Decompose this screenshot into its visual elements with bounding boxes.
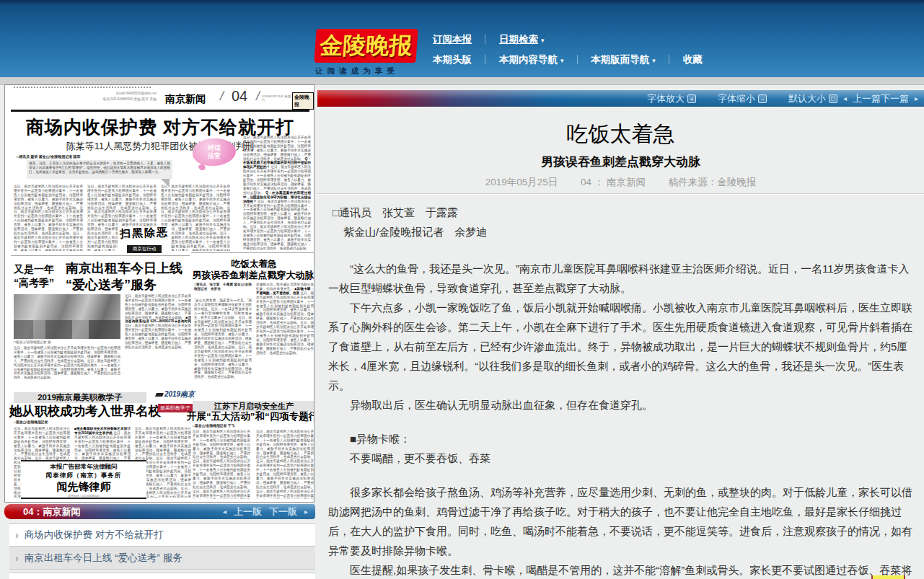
nav-subscribe[interactable]: 订阅本报 — [433, 34, 472, 45]
next-article-arrow-icon: ▸ — [915, 94, 918, 102]
masthead-slash: / — [256, 89, 260, 104]
nav-separator — [577, 55, 578, 64]
column-divider — [191, 252, 314, 253]
chevron-right-icon: › — [15, 529, 19, 541]
article-byline: 紫金山/金陵晚报记者 余梦迪 — [328, 222, 914, 242]
site-header: 金陵晚报 让阅读成为享受 订阅本报 日期检索▾ 本期头版 本期内容导航▾ 本期版… — [0, 0, 924, 77]
graduation-cap-icon: 2019南京 — [154, 389, 197, 399]
prev-page-button[interactable]: 上一版 — [234, 505, 262, 518]
article-paragraph: “这么大的鱼骨，我还是头一次见。”南京市儿童医院耳鼻咽喉科张建亚主治医师介绍说。… — [328, 259, 914, 298]
masthead-date: 2019年5月25日 星期六 — [262, 94, 294, 102]
column-divider — [11, 255, 190, 256]
mini-text-column: 近日，南京市建邺区人民法院依法公开开庭审理并宣判一起恶势力犯罪团伙案件，十一名被… — [256, 430, 314, 499]
mini-text-column: 异物取出后，医生确认无明显动脉出血征象，但存在食道穿孔。 ■异物卡喉： 不要喝醋… — [256, 283, 314, 397]
article-byline: □通讯员 张艾萱 于露露 — [328, 203, 914, 222]
mini-article2-headline[interactable]: 南京出租车今日上线 “爱心送考”服务 — [66, 260, 193, 293]
mini-text-column-qa: 近日，南京市建邺区人民法院依法公开开庭审理并宣判一起恶势力犯罪团伙案件，十一名被… — [243, 136, 311, 252]
article-paragraph: 下午六点多，小凯一家晚饭吃了鱼，饭后小凯就开始喊咽喉痛。小凯被收入南京市儿童医院… — [328, 298, 914, 395]
masthead-section-name: 南京新闻 — [165, 93, 206, 106]
title-divider — [317, 193, 924, 195]
mini-article3-kicker: 2019南京最美职教学子 — [14, 392, 146, 403]
article-section-sub: 不要喝醋，更不要吞饭、吞菜 — [328, 448, 914, 468]
mini-text-column: 近日，南京市建邺区人民法院依法公开开庭审理并宣判一起恶势力犯罪团伙案件，十一名被… — [193, 430, 250, 499]
mini-article2-kicker: 又是一年 “高考季” — [14, 262, 64, 290]
page-pager-bar: 04：南京新闻 ◂ 上一版 下一版 ▸ — [4, 504, 315, 519]
page-crop-marks — [14, 87, 151, 88]
epaper-app: 金陵晚报 让阅读成为享受 订阅本报 日期检索▾ 本期头版 本期内容导航▾ 本期版… — [0, 0, 924, 579]
mini-text-column: 近日，南京市建邺区人民法院依法公开开庭审理并宣判一起恶势力犯罪团伙案件，十一名被… — [14, 346, 120, 388]
nav-row-1: 订阅本报 日期检索▾ — [433, 32, 544, 46]
mini-article3-byline: □紫金山/金陵晚报记者 — [14, 420, 48, 424]
article-section-head: ■异物卡喉： — [328, 429, 914, 448]
chevron-down-icon: ▾ — [560, 57, 564, 64]
site-tagline: 让阅读成为享受 — [315, 66, 438, 76]
masthead-paper-logo: 金陵晚报 — [292, 92, 314, 110]
mini-article1-byline: □通讯员 建研 紫金山/金陵晚报记者 陈菲 — [17, 154, 81, 159]
article-list-item[interactable]: › 商场内收保护费 对方不给就开打 — [9, 523, 315, 547]
bottom-widget-fragment[interactable] — [871, 575, 905, 579]
article-toolbar: 字体放大 ＋ 字体缩小 － 默认大小 □ ◂ 上一篇下一篇 ▸ — [317, 90, 924, 107]
nav-row-2: 本期头版 本期内容导航▾ 本期版面导航▾ 收藏 — [433, 53, 703, 66]
masthead-slash: / — [220, 89, 224, 104]
mini-article4-subtitle[interactable]: 男孩误吞鱼刺差点戳穿大动脉 — [190, 269, 314, 282]
masthead-contact: 电话 025-84686500 责编 陈菲 美编 — [47, 97, 157, 101]
font-zoom-in-button[interactable]: 字体放大 ＋ — [647, 92, 696, 105]
article-paragraph: 很多家长都会给孩子熬鱼汤、鸡汤等补充营养，应尽量选用少刺、无刺的鱼，或整块的肉。… — [328, 482, 914, 560]
chevron-right-icon: › — [15, 552, 19, 564]
mini-text-column: 近日，南京市建邺区人民法院依法公开开庭审理并宣判一起恶势力犯罪团伙案件，十一名被… — [14, 185, 83, 251]
prev-page-arrow-icon: ◂ — [223, 508, 226, 516]
article-title: 吃饭太着急 — [317, 120, 924, 149]
law-firm-ad: 本报广告部常年法律顾问 闻泰律师（南京）事务所 闻先锋律师 联系电话：025-8… — [21, 460, 146, 499]
font-zoom-out-button[interactable]: 字体缩小 － — [718, 92, 767, 105]
article-meta: 2019年05月25日 04 ： 南京新闻 稿件来源：金陵晚报 — [317, 176, 924, 189]
chevron-down-icon: ▾ — [652, 57, 656, 64]
masthead-page-number: 04 — [232, 88, 247, 105]
article-date: 2019年05月25日 — [485, 177, 558, 187]
nav-separator — [485, 55, 485, 64]
prev-next-article-button[interactable]: 上一篇下一篇 — [853, 92, 909, 105]
nav-separator — [669, 55, 669, 64]
nav-date-search[interactable]: 日期检索▾ — [499, 34, 545, 45]
article-page-ref: 04 ： 南京新闻 — [581, 177, 646, 187]
nav-front-page[interactable]: 本期头版 — [433, 54, 472, 65]
mini-article3-headline[interactable]: 她从职校成功考入世界名校 — [9, 402, 155, 420]
current-page-label: 04：南京新闻 — [23, 505, 80, 518]
photo-caption: □紫金山/金陵晚报记者 摄 — [14, 340, 120, 344]
article-paragraph: 异物取出后，医生确认无明显动脉出血征象，但存在食道穿孔。 — [328, 395, 914, 415]
mini-text-column: “这么大的鱼骨，我还是头一次见。”南京市儿童医院耳鼻咽喉科张建亚主治医师介绍说。… — [194, 299, 252, 397]
mini-article1-lead-box: 滋某、冯某、王某等人为某商场从事代销会员卡的黄牛，每月有一定量的收入。于是，被告… — [27, 160, 172, 179]
article-source: 稿件来源：金陵晚报 — [669, 177, 757, 187]
article-subtitle: 男孩误吞鱼刺差点戳穿大动脉 — [317, 154, 924, 170]
mini-article5-headline[interactable]: 开展“五大活动”和“四项专题行” — [187, 410, 314, 423]
nav-favorite[interactable]: 收藏 — [683, 54, 703, 65]
article-body: □通讯员 张艾萱 于露露 紫金山/金陵晚报记者 余梦迪 “这么大的鱼骨，我还是头… — [328, 203, 914, 579]
taxi-photo — [14, 294, 120, 339]
article-list-item-partial[interactable] — [9, 573, 315, 579]
mini-text-column: 近日，南京市建邺区人民法院依法公开开庭审理并宣判一起恶势力犯罪团伙案件，十一名被… — [125, 294, 191, 389]
masthead-rule — [11, 110, 309, 112]
default-size-icon: □ — [829, 94, 837, 103]
mini-article4-byline: □通讯员 张艾萱 于露露 紫金山/金陵晚报记者 余梦迪 — [194, 283, 252, 296]
nav-separator — [485, 35, 485, 44]
newspaper-page-thumbnail[interactable]: Email 84686500@jlwb.net 电话 025-84686500 … — [4, 84, 314, 503]
article-list-item[interactable]: › 南京出租车今日上线 “爱心送考” 服务 — [9, 547, 315, 570]
nav-layout-index[interactable]: 本期版面导航▾ — [591, 54, 656, 65]
nav-content-index[interactable]: 本期内容导航▾ — [499, 54, 564, 65]
font-default-size-button[interactable]: 默认大小 □ — [788, 92, 837, 105]
anti-crime-badge: 扫黑除恶 南京在行动 — [118, 226, 171, 252]
masthead-contact: Email 84686500@jlwb.net — [47, 92, 157, 95]
next-page-arrow-icon: ▸ — [304, 508, 308, 516]
site-logo[interactable]: 金陵晚报 — [314, 29, 418, 63]
next-page-button[interactable]: 下一版 — [269, 505, 297, 518]
article-paragraph: 医生提醒,如果孩子发生刺、骨卡喉，喝醋是不管用的，这并不能“溶解”鱼刺或骨头。家… — [328, 560, 914, 579]
prev-article-arrow-icon: ◂ — [843, 94, 847, 102]
mini-text-column: 近日，南京市建邺区人民法院依法公开开庭审理并宣判一起恶势力犯罪团伙案件，十一名被… — [161, 185, 230, 251]
zoom-out-icon: － — [758, 94, 767, 103]
chevron-down-icon: ▾ — [541, 37, 545, 44]
zoom-in-icon: ＋ — [687, 94, 696, 103]
mini-article5-byline: □紫金山/金陵晚报记者 于飞 — [193, 423, 234, 428]
dialog-judge-bubble: 对话 法官 — [193, 138, 236, 166]
